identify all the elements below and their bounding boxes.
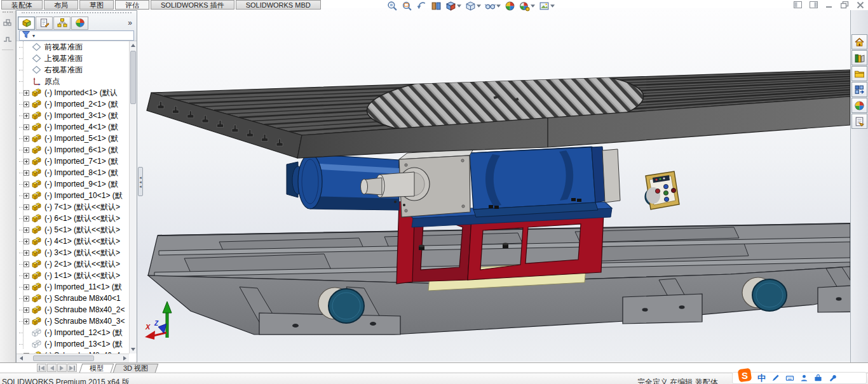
- expand-icon[interactable]: [24, 284, 29, 290]
- expand-icon[interactable]: [24, 159, 29, 164]
- wrench-icon[interactable]: [828, 374, 836, 382]
- dropdown-caret-icon[interactable]: [477, 4, 481, 8]
- view-orientation-icon[interactable]: [464, 1, 482, 11]
- minimize-icon[interactable]: [825, 1, 833, 8]
- command-tab[interactable]: SOLIDWORKS 插件: [151, 0, 234, 10]
- dropdown-caret-icon[interactable]: [496, 4, 501, 8]
- tree-item[interactable]: 上视基准面: [17, 53, 129, 64]
- display-manager-tab[interactable]: [71, 17, 88, 30]
- expand-icon[interactable]: [24, 273, 29, 279]
- tree-filter-field[interactable]: ▾: [19, 30, 134, 41]
- expand-icon[interactable]: [24, 147, 29, 153]
- tree-item[interactable]: (-) Imported_9<1> (默: [17, 178, 129, 190]
- expand-icon[interactable]: [24, 319, 29, 324]
- sogou-logo-icon[interactable]: S: [738, 368, 752, 384]
- home-button[interactable]: [851, 34, 867, 50]
- tree-item[interactable]: (-) 2<1> (默认<<默认>: [17, 258, 129, 270]
- control-panel[interactable]: [645, 171, 679, 209]
- tree-horizontal-scrollbar[interactable]: [17, 354, 129, 362]
- blocks-icon[interactable]: [1, 17, 14, 29]
- render-tools-icon[interactable]: [518, 1, 536, 11]
- expand-icon[interactable]: [24, 136, 29, 142]
- toolbar-grip[interactable]: [3, 11, 13, 14]
- tree-item[interactable]: (-) Imported_4<1> (默: [17, 121, 129, 133]
- scrollbar-thumb[interactable]: [33, 355, 94, 361]
- hide-show-items-icon[interactable]: [484, 1, 502, 11]
- scroll-right-icon[interactable]: [120, 356, 129, 361]
- tree-item[interactable]: (-) 4<1> (默认<<默认>: [17, 235, 129, 247]
- command-tab[interactable]: 评估: [115, 0, 149, 10]
- tree-item[interactable]: (-) 5<1> (默认<<默认>: [17, 224, 129, 235]
- appearances-button[interactable]: [851, 98, 867, 113]
- tree-item[interactable]: (-) 3<1> (默认<<默认>: [17, 247, 129, 258]
- expand-icon[interactable]: [24, 262, 29, 267]
- last-page-button[interactable]: [67, 364, 77, 372]
- expand-icon[interactable]: [24, 193, 29, 199]
- section-view-icon[interactable]: [430, 1, 443, 11]
- tree-vertical-scrollbar[interactable]: [129, 41, 137, 354]
- tree-item[interactable]: (-) Schraube M8x40_3<: [17, 315, 129, 327]
- tree-item[interactable]: 前视基准面: [17, 41, 129, 53]
- expand-icon[interactable]: [24, 296, 29, 301]
- file-explorer-button[interactable]: [851, 66, 867, 81]
- tree-item[interactable]: (-) Imported_5<1> (默: [17, 133, 129, 144]
- next-page-button[interactable]: [57, 364, 67, 372]
- dock-left-icon[interactable]: [794, 1, 802, 8]
- 3d-viewport[interactable]: X Z: [137, 8, 850, 362]
- expand-icon[interactable]: [24, 113, 29, 119]
- command-tab[interactable]: 布局: [44, 0, 78, 10]
- expand-icon[interactable]: [24, 227, 29, 233]
- tree-item[interactable]: (-) 1<1> (默认<<默认>: [17, 270, 129, 281]
- panel-splitter-handle[interactable]: ◂◂◂: [138, 167, 143, 196]
- scroll-left-icon[interactable]: [17, 356, 25, 361]
- feature-tree-tab[interactable]: [18, 17, 35, 30]
- tree-item[interactable]: (-) Imported_8<1> (默: [17, 167, 129, 178]
- tree-item[interactable]: (-) Imported_12<1> (默: [17, 327, 129, 338]
- design-library-button[interactable]: [851, 50, 867, 65]
- custom-properties-button[interactable]: [851, 114, 867, 129]
- panel-overflow-chevron[interactable]: »: [128, 18, 135, 27]
- expand-icon[interactable]: [24, 307, 29, 313]
- tree-item[interactable]: (-) Imported<1> (默认: [17, 87, 129, 98]
- filter-caret-icon[interactable]: ▾: [32, 33, 35, 39]
- section-cube-icon[interactable]: [444, 1, 463, 11]
- scroll-down-icon[interactable]: [130, 345, 137, 354]
- user-icon[interactable]: [800, 374, 808, 382]
- tree-item[interactable]: (-) 7<1> (默认<<默认>: [17, 201, 129, 213]
- tree-item[interactable]: (-) Schraube M8x40_2<: [17, 304, 129, 315]
- expand-icon[interactable]: [24, 182, 29, 187]
- tree-item[interactable]: (-) Imported_6<1> (默: [17, 144, 129, 156]
- dropdown-caret-icon[interactable]: [457, 4, 461, 8]
- configuration-manager-tab[interactable]: [53, 17, 71, 30]
- view-palette-button[interactable]: [851, 82, 867, 97]
- dock-right-icon[interactable]: [810, 1, 818, 8]
- tree-item[interactable]: (-) Imported_10<1> (默: [17, 190, 129, 201]
- dropdown-caret-icon[interactable]: [531, 4, 535, 8]
- tree-item[interactable]: (-) Schraube M8x40<1: [17, 293, 129, 304]
- zoom-area-icon[interactable]: [400, 1, 414, 11]
- apply-scene-icon[interactable]: [538, 1, 556, 11]
- panel-grip[interactable]: [22, 12, 132, 15]
- command-tab[interactable]: SOLIDWORKS MBD: [236, 0, 321, 10]
- keyboard-icon[interactable]: [785, 374, 794, 382]
- expand-icon[interactable]: [24, 90, 29, 96]
- tree-item[interactable]: 原点: [17, 76, 129, 87]
- previous-view-icon[interactable]: [415, 1, 428, 11]
- document-tab[interactable]: 3D 视图: [114, 364, 157, 373]
- tree-item[interactable]: (-) Imported_2<1> (默: [17, 98, 129, 110]
- expand-icon[interactable]: [24, 102, 29, 107]
- tree-item[interactable]: (-) 6<1> (默认<<默认>: [17, 213, 129, 224]
- zoom-fit-icon[interactable]: [386, 1, 399, 11]
- close-icon[interactable]: [857, 1, 864, 9]
- document-tab[interactable]: 模型: [81, 364, 112, 373]
- tree-item[interactable]: (-) Imported_13<1> (默: [17, 338, 129, 350]
- dropdown-caret-icon[interactable]: [550, 4, 555, 8]
- scroll-up-icon[interactable]: [130, 41, 137, 50]
- expand-icon[interactable]: [24, 204, 29, 210]
- edit-appearance-icon[interactable]: [503, 1, 517, 11]
- prev-page-button[interactable]: [47, 364, 57, 372]
- step-icon[interactable]: [1, 33, 14, 46]
- restore-icon[interactable]: [841, 1, 849, 9]
- scrollbar-thumb[interactable]: [130, 51, 136, 104]
- expand-icon[interactable]: [24, 239, 29, 244]
